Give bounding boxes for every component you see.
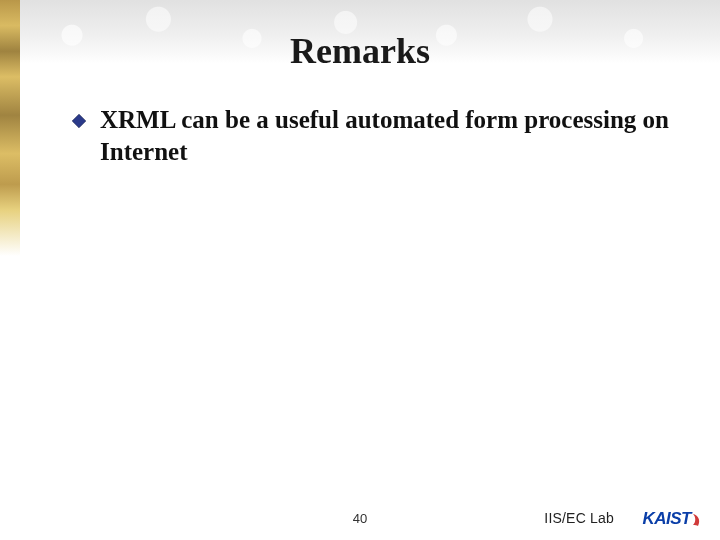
kaist-logo-text: KAIST: [643, 509, 692, 529]
kaist-swoosh-icon: [692, 512, 702, 526]
bullet-item: XRML can be a useful automated form proc…: [70, 104, 670, 168]
lab-label: IIS/EC Lab: [544, 510, 614, 526]
kaist-logo: KAIST: [643, 509, 703, 529]
diamond-bullet-icon: [70, 110, 88, 132]
slide-title: Remarks: [0, 30, 720, 72]
bullet-text: XRML can be a useful automated form proc…: [100, 104, 670, 168]
slide-body: XRML can be a useful automated form proc…: [70, 104, 670, 168]
slide-footer: 40 IIS/EC Lab KAIST: [0, 502, 720, 526]
svg-rect-0: [72, 114, 86, 128]
slide: Remarks XRML can be a useful automated f…: [0, 0, 720, 540]
